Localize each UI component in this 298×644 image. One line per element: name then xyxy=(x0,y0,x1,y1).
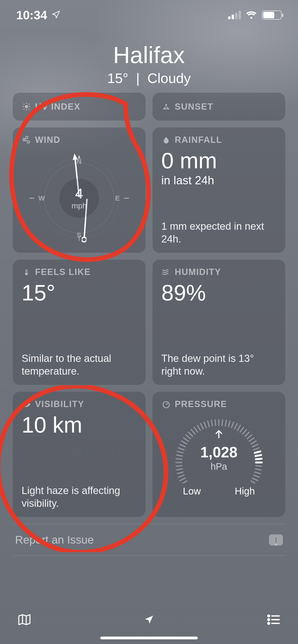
wind-card[interactable]: WIND N S xyxy=(13,128,146,253)
wind-icon xyxy=(22,135,31,145)
svg-line-48 xyxy=(232,422,234,428)
rain-title: RAINFALL xyxy=(175,135,222,145)
rain-value: 0 mm xyxy=(161,150,276,172)
svg-point-17 xyxy=(26,273,27,274)
pressure-title: PRESSURE xyxy=(175,399,227,409)
svg-line-68 xyxy=(251,481,256,483)
svg-point-69 xyxy=(268,615,269,617)
pressure-unit: hPa xyxy=(200,461,237,472)
svg-line-21 xyxy=(180,478,185,481)
header-temp: 15° xyxy=(107,70,128,86)
humidity-card[interactable]: HUMIDITY 89% The dew point is 13° right … xyxy=(152,260,285,385)
home-indicator[interactable] xyxy=(100,636,198,639)
sun-icon xyxy=(22,102,31,112)
status-bar: 10:34 xyxy=(0,0,298,30)
feels-like-card[interactable]: FEELS LIKE 15° Similar to the actual tem… xyxy=(13,260,146,385)
humidity-value: 89% xyxy=(161,282,276,304)
svg-line-31 xyxy=(180,444,185,447)
feels-desc: Similar to the actual temperature. xyxy=(22,352,137,378)
location-arrow-icon xyxy=(51,8,61,22)
svg-line-53 xyxy=(245,432,249,436)
svg-line-42 xyxy=(211,420,212,426)
svg-line-65 xyxy=(255,472,260,474)
battery-icon xyxy=(262,10,282,20)
svg-line-51 xyxy=(240,427,243,432)
compass-e: E xyxy=(115,194,120,202)
svg-line-58 xyxy=(254,448,259,450)
svg-point-18 xyxy=(26,403,27,405)
pressure-gauge: 1,028 hPa Low High xyxy=(152,412,285,512)
sunset-title: SUNSET xyxy=(175,102,213,112)
locations-list-button[interactable] xyxy=(265,612,282,628)
svg-line-20 xyxy=(182,481,187,483)
city-name: Halifax xyxy=(0,42,298,68)
svg-line-25 xyxy=(176,466,182,466)
svg-point-0 xyxy=(25,105,28,108)
svg-line-63 xyxy=(256,466,261,466)
humidity-icon xyxy=(161,267,171,277)
eye-icon xyxy=(22,400,31,409)
svg-line-41 xyxy=(208,421,209,426)
uv-index-card[interactable]: UV INDEX xyxy=(13,93,146,120)
wifi-icon xyxy=(245,10,257,20)
sunset-icon xyxy=(161,102,171,112)
droplet-icon xyxy=(161,135,171,145)
svg-line-28 xyxy=(177,455,182,456)
svg-line-57 xyxy=(252,444,258,447)
map-button[interactable] xyxy=(16,612,33,628)
humidity-desc: The dew point is 13° right now. xyxy=(161,352,276,378)
cell-signal-icon xyxy=(228,11,241,19)
svg-line-27 xyxy=(176,459,182,459)
rain-sub: in last 24h xyxy=(161,174,276,187)
svg-line-6 xyxy=(29,109,30,110)
svg-line-33 xyxy=(184,438,188,441)
feels-title: FEELS LIKE xyxy=(35,267,91,277)
svg-line-45 xyxy=(222,420,223,426)
svg-line-55 xyxy=(249,438,254,441)
svg-line-7 xyxy=(24,109,25,110)
svg-line-32 xyxy=(182,441,187,444)
svg-line-38 xyxy=(197,426,200,430)
status-time: 10:34 xyxy=(16,8,47,22)
svg-line-23 xyxy=(177,472,183,474)
svg-line-67 xyxy=(252,478,258,481)
svg-line-5 xyxy=(24,104,25,105)
svg-line-66 xyxy=(254,475,259,477)
svg-line-22 xyxy=(178,475,184,477)
current-location-button[interactable] xyxy=(141,612,157,628)
wind-speed: 4 xyxy=(75,186,83,201)
svg-line-24 xyxy=(177,469,182,470)
svg-line-30 xyxy=(178,448,184,450)
svg-line-61 xyxy=(256,459,261,459)
arrow-up-icon xyxy=(200,428,237,442)
visibility-card[interactable]: VISIBILITY 10 km Light haze is affecting… xyxy=(13,392,146,517)
location-header: Halifax 15° | Cloudy xyxy=(0,42,298,86)
svg-line-29 xyxy=(177,451,183,453)
visibility-title: VISIBILITY xyxy=(35,399,84,409)
pressure-high-label: High xyxy=(235,486,255,497)
visibility-value: 10 km xyxy=(22,414,137,436)
svg-line-43 xyxy=(215,420,216,426)
svg-point-16 xyxy=(82,237,87,242)
pressure-value: 1,028 xyxy=(200,444,237,461)
svg-line-59 xyxy=(255,451,260,453)
wind-title: WIND xyxy=(35,135,60,145)
svg-line-46 xyxy=(225,420,226,426)
compass-w: W xyxy=(38,194,45,202)
svg-line-60 xyxy=(255,455,261,456)
svg-line-35 xyxy=(188,432,193,436)
svg-line-40 xyxy=(204,422,206,428)
rain-desc: 1 mm expected in next 24h. xyxy=(161,220,276,245)
svg-line-37 xyxy=(194,427,197,432)
rainfall-card[interactable]: RAINFALL 0 mm in last 24h 1 mm expected … xyxy=(152,128,285,253)
svg-line-47 xyxy=(228,421,230,426)
svg-line-52 xyxy=(243,430,246,434)
thermometer-icon xyxy=(22,267,31,277)
report-issue-row[interactable]: Report an Issue ! xyxy=(13,524,285,556)
pressure-card[interactable]: PRESSURE 1,028 hPa xyxy=(152,392,285,517)
sunset-card[interactable]: SUNSET xyxy=(152,93,285,120)
report-bubble-icon: ! xyxy=(269,534,283,546)
wind-compass: N S E W xyxy=(13,148,146,248)
svg-point-71 xyxy=(268,622,269,624)
svg-point-19 xyxy=(163,402,169,408)
